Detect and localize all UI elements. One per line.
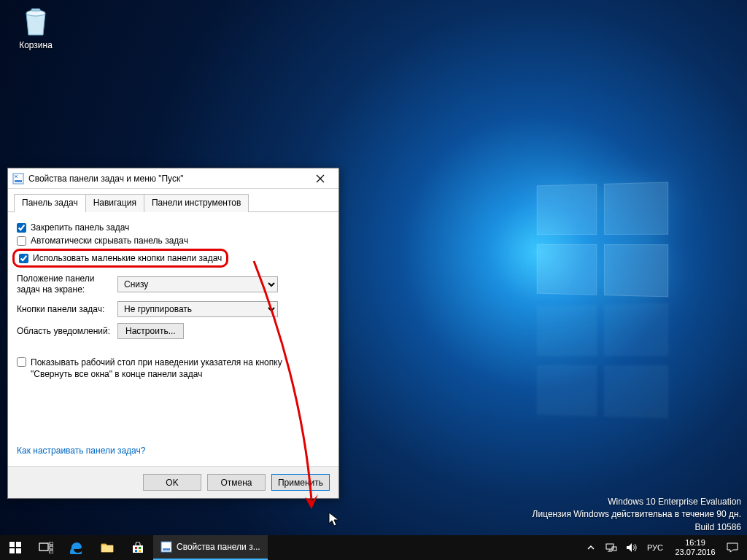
taskbar-properties-dialog: Свойства панели задач и меню "Пуск" Пане… xyxy=(7,168,339,499)
svg-rect-16 xyxy=(139,550,141,552)
desktop: Корзина Windows 10 Enterprise Evaluation… xyxy=(0,0,747,560)
tab-panel-taskbar: Закрепить панель задач Автоматически скр… xyxy=(8,212,338,466)
svg-rect-18 xyxy=(163,548,170,551)
network-icon xyxy=(605,542,617,553)
edge-icon xyxy=(70,541,83,554)
action-center-icon xyxy=(727,542,738,553)
watermark-build: Build 10586 xyxy=(533,521,741,534)
recycle-bin-icon xyxy=(19,4,53,38)
start-icon xyxy=(9,542,21,553)
system-tray: РУС 16:19 23.07.2016 xyxy=(581,535,747,560)
checkbox-autohide-label: Автоматически скрывать панель задач xyxy=(31,236,188,246)
tab-taskbar[interactable]: Панель задач xyxy=(14,194,86,212)
svg-rect-6 xyxy=(9,548,15,553)
tray-overflow[interactable] xyxy=(581,544,601,551)
checkbox-autohide-input[interactable] xyxy=(17,236,26,246)
checkbox-lock-taskbar-label: Закрепить панель задач xyxy=(31,222,129,233)
svg-rect-13 xyxy=(135,547,137,549)
volume-icon xyxy=(626,542,638,553)
svg-rect-9 xyxy=(50,542,53,545)
action-center-button[interactable] xyxy=(722,542,743,553)
tray-date: 23.07.2016 xyxy=(675,548,715,557)
combine-select[interactable]: Не группировать xyxy=(117,301,278,317)
dialog-titlebar[interactable]: Свойства панели задач и меню "Пуск" xyxy=(8,168,338,189)
taskview-button[interactable] xyxy=(31,535,61,560)
notify-customize-button[interactable]: Настроить... xyxy=(117,323,184,339)
tab-strip: Панель задач Навигация Панели инструмент… xyxy=(8,189,338,212)
dialog-button-bar: OK Отмена Применить xyxy=(8,466,338,498)
svg-rect-3 xyxy=(15,180,22,182)
wallpaper-windows-logo-reflection xyxy=(537,301,672,418)
checkbox-peek-input[interactable] xyxy=(17,357,26,367)
help-link[interactable]: Как настраивать панели задач? xyxy=(17,446,145,456)
watermark-license: Лицензия Windows действительна в течение… xyxy=(533,508,741,521)
close-icon xyxy=(316,174,325,183)
recycle-bin[interactable]: Корзина xyxy=(10,4,61,50)
svg-rect-11 xyxy=(50,551,53,553)
checkbox-peek[interactable]: Показывать рабочий стол при наведении ук… xyxy=(17,357,316,380)
svg-rect-4 xyxy=(9,542,15,547)
close-button[interactable] xyxy=(305,168,336,188)
annotation-highlight: Использовать маленькие кнопки панели зад… xyxy=(12,249,228,268)
store-icon xyxy=(131,542,144,553)
windows-watermark: Windows 10 Enterprise Evaluation Лицензи… xyxy=(533,496,741,534)
dialog-title: Свойства панели задач и меню "Пуск" xyxy=(28,174,305,184)
watermark-edition: Windows 10 Enterprise Evaluation xyxy=(533,496,741,508)
checkbox-small-buttons[interactable]: Использовать маленькие кнопки панели зад… xyxy=(19,253,222,263)
wallpaper-windows-logo xyxy=(537,182,672,298)
start-button[interactable] xyxy=(0,535,31,560)
svg-rect-10 xyxy=(50,546,53,549)
svg-rect-14 xyxy=(139,547,141,549)
checkbox-lock-taskbar-input[interactable] xyxy=(17,223,26,233)
position-label: Положение панели задач на экране: xyxy=(17,273,112,295)
checkbox-autohide[interactable]: Автоматически скрывать панель задач xyxy=(17,236,188,246)
cancel-button[interactable]: Отмена xyxy=(207,474,266,491)
store-button[interactable] xyxy=(123,535,153,560)
dialog-icon xyxy=(12,173,24,184)
svg-rect-15 xyxy=(135,550,137,552)
tab-navigation[interactable]: Навигация xyxy=(85,194,144,212)
cursor-icon xyxy=(328,512,340,526)
recycle-bin-label: Корзина xyxy=(10,40,61,50)
svg-rect-5 xyxy=(16,542,21,547)
svg-rect-12 xyxy=(101,545,113,552)
checkbox-small-buttons-input[interactable] xyxy=(19,254,28,263)
tray-language[interactable]: РУС xyxy=(642,543,668,552)
checkbox-lock-taskbar[interactable]: Закрепить панель задач xyxy=(17,222,129,233)
edge-button[interactable] xyxy=(61,535,92,560)
taskbar-item-label: Свойства панели з... xyxy=(177,542,260,552)
tray-time: 16:19 xyxy=(685,538,705,548)
checkbox-small-buttons-label: Использовать маленькие кнопки панели зад… xyxy=(33,253,222,263)
taskbar: Свойства панели з... РУС 16:19 23.07.201… xyxy=(0,535,747,560)
checkbox-peek-label: Показывать рабочий стол при наведении ук… xyxy=(31,357,316,380)
tray-network[interactable] xyxy=(601,542,622,553)
svg-rect-7 xyxy=(16,548,21,553)
tray-volume[interactable] xyxy=(622,542,642,553)
taskbar-item-properties[interactable]: Свойства панели з... xyxy=(153,535,268,560)
chevron-up-icon xyxy=(587,544,595,551)
apply-button[interactable]: Применить xyxy=(271,474,330,491)
taskbar-item-icon xyxy=(160,541,172,553)
ok-button[interactable]: OK xyxy=(143,474,201,491)
svg-rect-8 xyxy=(39,543,48,551)
notify-label: Область уведомлений: xyxy=(17,326,112,337)
svg-rect-1 xyxy=(31,9,40,11)
file-explorer-button[interactable] xyxy=(92,535,123,560)
tab-toolbars[interactable]: Панели инструментов xyxy=(144,194,249,212)
combine-label: Кнопки панели задач: xyxy=(17,304,112,315)
folder-icon xyxy=(101,542,114,553)
position-select[interactable]: Снизу xyxy=(117,276,278,292)
taskview-icon xyxy=(39,542,53,553)
tray-clock[interactable]: 16:19 23.07.2016 xyxy=(668,538,722,557)
